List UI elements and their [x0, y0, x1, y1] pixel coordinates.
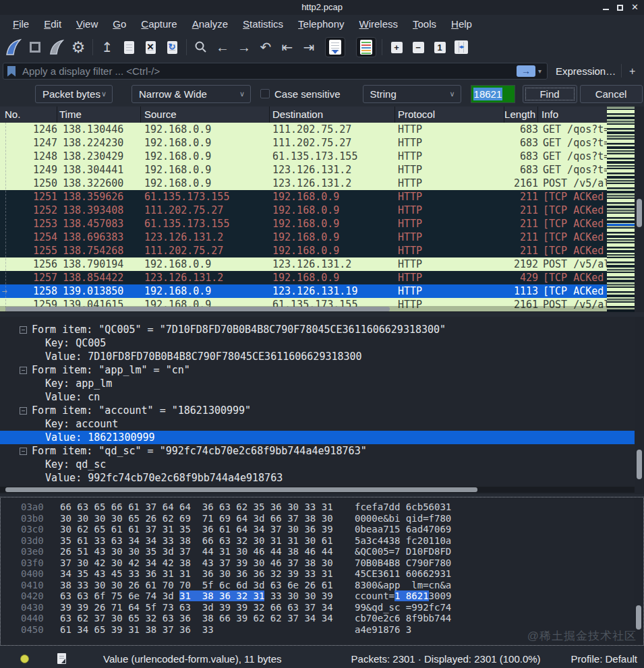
menu-statistics[interactable]: Statistics [235, 15, 291, 34]
go-to-packet-icon[interactable]: ↶ [255, 36, 276, 58]
column-header-source[interactable]: Source [141, 107, 270, 123]
cancel-button[interactable]: Cancel [580, 85, 643, 103]
expression-button[interactable]: Expression… [556, 64, 616, 79]
menu-file[interactable]: File [5, 15, 36, 34]
last-packet-icon[interactable]: ⇥ [298, 36, 320, 58]
column-header-destination[interactable]: Destination [270, 107, 395, 123]
capture-options-icon[interactable]: ⚙ [67, 36, 89, 58]
scrollbar-handle[interactable] [637, 450, 642, 479]
hex-row[interactable]: 0440 63 62 37 30 65 32 63 36 38 66 39 62… [21, 613, 643, 624]
menu-wireless[interactable]: Wireless [352, 15, 406, 34]
scrollbar-handle[interactable] [5, 487, 477, 492]
detail-row[interactable]: Value: 18621300999 [0, 431, 644, 444]
close-file-icon[interactable]: ✕ [140, 36, 161, 58]
hex-vscrollbar[interactable] [634, 497, 643, 645]
collapse-icon[interactable] [20, 407, 27, 415]
stop-capture-icon[interactable] [24, 36, 46, 58]
details-vscrollbar[interactable] [635, 317, 644, 494]
packet-row[interactable]: 1248 138.230429 192.168.0.9 61.135.173.1… [0, 150, 644, 163]
hex-row[interactable]: 03f0 37 30 42 30 42 34 42 38 43 37 39 30… [21, 557, 643, 569]
scrollbar-handle[interactable] [637, 199, 642, 227]
close-icon[interactable]: ✕ [631, 0, 639, 15]
collapse-icon[interactable] [20, 326, 27, 334]
add-filter-button[interactable]: + [629, 64, 635, 79]
detail-row[interactable]: Key: account [0, 417, 644, 431]
detail-row[interactable]: Key: app_lm [0, 377, 644, 390]
apply-filter-button[interactable]: → [517, 65, 535, 77]
detail-row[interactable]: Form item: "qd_sc" = "992fc74cb70e2c68f9… [0, 444, 644, 458]
zoom-in-icon[interactable]: + [386, 36, 407, 58]
scrollbar-handle[interactable] [5, 307, 390, 311]
column-header-protocol[interactable]: Protocol [395, 107, 504, 123]
hex-row[interactable]: 03c0 30 62 65 61 61 37 31 35 36 61 64 34… [21, 524, 643, 535]
packet-row[interactable]: 1249 138.304441 192.168.0.9 123.126.131.… [0, 163, 644, 177]
resize-columns-icon[interactable]: ◂▸ [450, 36, 472, 58]
packet-row[interactable]: 1252 138.393408 111.202.75.27 192.168.0.… [0, 204, 644, 217]
detail-row[interactable]: Value: 992fc74cb70e2c68f9bb744a4e918763 [0, 471, 644, 485]
packet-row[interactable]: 1246 138.130446 192.168.0.9 111.202.75.2… [0, 123, 644, 136]
packet-row[interactable]: 1256 138.790194 192.168.0.9 123.126.131.… [0, 257, 644, 271]
collapse-icon[interactable] [20, 448, 27, 455]
display-filter-input[interactable]: Apply a display filter ... <Ctrl-/> → ▾ [3, 63, 548, 80]
scrollbar-handle[interactable] [636, 605, 641, 630]
menu-go[interactable]: Go [105, 15, 134, 34]
menu-telephony[interactable]: Telephony [291, 15, 351, 34]
case-sensitive-checkbox[interactable] [260, 89, 270, 98]
menu-edit[interactable]: Edit [36, 15, 69, 34]
menu-view[interactable]: View [69, 15, 105, 34]
hex-row[interactable]: 0400 34 35 43 45 33 36 31 31 36 30 36 36… [21, 568, 643, 580]
char-width-dropdown[interactable]: Narrow & Wide ∨ [131, 85, 251, 103]
packet-minimap-scrollbar[interactable] [607, 107, 635, 312]
auto-scroll-toggle[interactable] [325, 37, 345, 57]
hex-row[interactable]: 03d0 35 61 33 63 34 34 33 38 66 63 32 30… [21, 535, 643, 547]
detail-row[interactable]: Form item: "account" = "18621300999" [0, 404, 644, 417]
hex-row[interactable]: 0420 63 63 6f 75 6e 74 3d 31 38 36 32 31… [21, 590, 643, 602]
packet-row[interactable]: 1253 138.457083 61.135.173.155 192.168.0… [0, 217, 644, 231]
menu-help[interactable]: Help [444, 15, 479, 34]
detail-row[interactable]: Form item: "QC005" = "7D10FD8FD70B0B4B8C… [0, 323, 644, 336]
go-back-icon[interactable]: ← [212, 36, 233, 58]
menu-analyze[interactable]: Analyze [185, 15, 235, 34]
open-file-icon[interactable]: ↥ [96, 36, 118, 58]
hex-row[interactable]: 03e0 26 51 43 30 30 35 3d 37 44 31 30 46… [21, 546, 643, 557]
zoom-normal-icon[interactable]: 1 [429, 36, 450, 58]
first-packet-icon[interactable]: ⇤ [276, 36, 298, 58]
hex-row[interactable]: 0410 38 33 30 30 26 61 70 70 5f 6c 6d 3d… [21, 580, 643, 591]
search-type-dropdown[interactable]: String ∨ [363, 85, 461, 103]
menu-capture[interactable]: Capture [134, 15, 184, 34]
packet-row[interactable]: 1247 138.224230 192.168.0.9 111.202.75.2… [0, 136, 644, 150]
hex-row[interactable]: 03a0 66 63 65 66 61 37 64 64 36 63 62 35… [21, 502, 643, 513]
packet-row[interactable]: 1251 138.359626 61.135.173.155 192.168.0… [0, 190, 644, 204]
expert-info-icon[interactable] [20, 655, 29, 663]
bookmark-icon[interactable] [7, 66, 16, 77]
detail-row[interactable]: Key: qd_sc [0, 458, 644, 471]
column-header-no[interactable]: No. [0, 107, 57, 123]
packet-row[interactable]: 1257 138.854422 123.126.131.2 192.168.0.… [0, 271, 644, 284]
packet-row[interactable]: 1250 138.322600 192.168.0.9 123.126.131.… [0, 177, 644, 190]
colorize-toggle[interactable] [356, 37, 376, 57]
detail-row[interactable]: Form item: "app_lm" = "cn" [0, 363, 644, 377]
hex-row[interactable]: 03b0 30 30 30 30 65 26 62 69 71 69 64 3d… [21, 513, 643, 524]
hex-row[interactable]: 0430 39 39 26 71 64 5f 73 63 3d 39 39 32… [21, 602, 643, 613]
detail-row[interactable]: Value: cn [0, 390, 644, 404]
collapse-icon[interactable] [20, 367, 27, 374]
packet-row[interactable]: → 1258 139.013850 192.168.0.9 123.126.13… [0, 284, 644, 298]
maximize-icon[interactable] [617, 5, 623, 11]
search-input[interactable]: 18621 [471, 85, 515, 103]
find-button[interactable]: Find [523, 85, 577, 103]
column-header-length[interactable]: Length [504, 107, 538, 123]
find-packet-icon[interactable] [190, 36, 212, 58]
detail-row[interactable]: Key: QC005 [0, 336, 644, 350]
restart-capture-icon[interactable] [46, 36, 67, 58]
column-header-time[interactable]: Time [57, 107, 141, 123]
go-forward-icon[interactable]: → [233, 36, 255, 58]
capture-comment-icon[interactable] [57, 653, 66, 664]
filter-history-caret-icon[interactable]: ▾ [538, 67, 541, 75]
minimize-icon[interactable] [603, 9, 609, 10]
start-capture-icon[interactable] [3, 36, 24, 58]
packet-row[interactable]: 1255 138.754268 111.202.75.27 192.168.0.… [0, 244, 644, 257]
menu-tools[interactable]: Tools [405, 15, 444, 34]
packet-row[interactable]: 1254 138.696383 123.126.131.2 192.168.0.… [0, 231, 644, 244]
reload-file-icon[interactable]: ↻ [161, 36, 183, 58]
detail-row[interactable]: Value: 7D10FD8FD70B0B4B8C790F78045CE3611… [0, 350, 644, 363]
